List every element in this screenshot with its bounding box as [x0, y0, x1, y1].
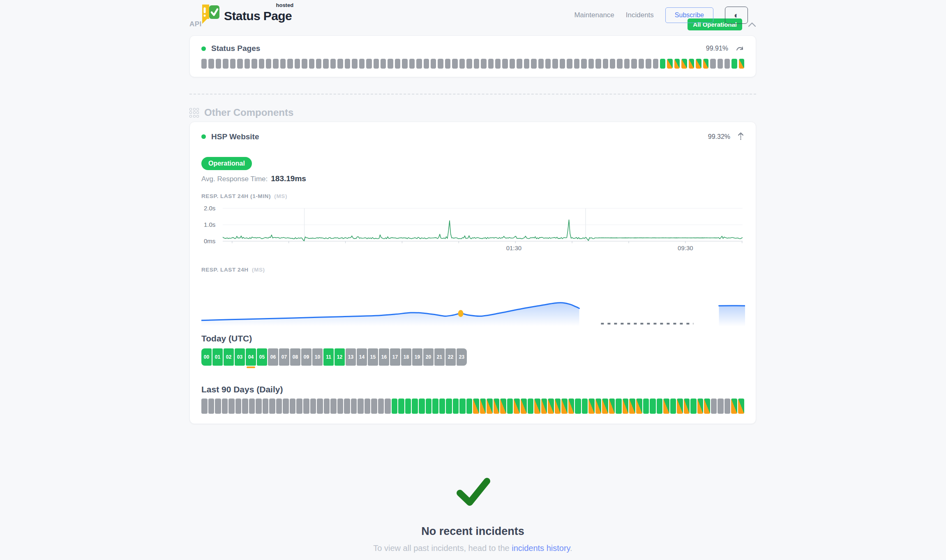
- hour-block-21[interactable]: 21: [434, 348, 445, 366]
- hour-block-12[interactable]: 12: [335, 348, 345, 366]
- uptime-bar-stripe[interactable]: [595, 399, 602, 414]
- uptime-bar-stripe[interactable]: [588, 399, 595, 414]
- uptime-bar-gray[interactable]: [283, 399, 289, 414]
- uptime-bar-green[interactable]: [466, 399, 473, 414]
- uptime-bar-gray[interactable]: [302, 59, 307, 69]
- uptime-bar-gray[interactable]: [552, 59, 558, 69]
- uptime-bar-stripe[interactable]: [704, 399, 710, 414]
- uptime-bar-gray[interactable]: [344, 399, 350, 414]
- uptime-bar-gray[interactable]: [481, 59, 486, 69]
- uptime-bar-gray[interactable]: [567, 59, 572, 69]
- uptime-bar-stripe[interactable]: [548, 399, 554, 414]
- uptime-bar-gray[interactable]: [388, 59, 393, 69]
- hour-block-13[interactable]: 13: [346, 348, 356, 366]
- uptime-bar-gray[interactable]: [624, 59, 630, 69]
- uptime-bar-gray[interactable]: [560, 59, 565, 69]
- uptime-bar-stripe[interactable]: [667, 59, 672, 69]
- uptime-bar-gray[interactable]: [495, 59, 501, 69]
- uptime-bar-gray[interactable]: [290, 399, 296, 414]
- uptime-bar-gray[interactable]: [395, 59, 400, 69]
- uptime-bar-stripe[interactable]: [739, 59, 744, 69]
- uptime-bar-gray[interactable]: [323, 59, 328, 69]
- nav-link-maintenance[interactable]: Maintenance: [574, 11, 614, 19]
- hour-block-18[interactable]: 18: [401, 348, 411, 366]
- uptime-bar-gray[interactable]: [324, 399, 330, 414]
- uptime-bar-gray[interactable]: [215, 399, 221, 414]
- response-time-area-chart[interactable]: [201, 274, 745, 329]
- uptime-bar-green[interactable]: [616, 399, 622, 414]
- refresh-button[interactable]: [735, 45, 744, 52]
- uptime-bar-stripe[interactable]: [663, 399, 669, 414]
- uptime-bar-gray[interactable]: [228, 399, 235, 414]
- uptime-bar-stripe[interactable]: [521, 399, 527, 414]
- uptime-bar-gray[interactable]: [259, 59, 264, 69]
- uptime-bar-gray[interactable]: [595, 59, 601, 69]
- uptime-bar-gray[interactable]: [581, 59, 586, 69]
- uptime-bar-gray[interactable]: [303, 399, 309, 414]
- uptime-bar-gray[interactable]: [295, 59, 300, 69]
- brand[interactable]: hosted Status Page: [199, 2, 292, 25]
- uptime-bar-stripe[interactable]: [738, 399, 744, 414]
- hour-block-15[interactable]: 15: [368, 348, 378, 366]
- uptime-bar-gray[interactable]: [452, 59, 457, 69]
- uptime-bar-gray[interactable]: [358, 399, 364, 414]
- uptime-bar-green[interactable]: [412, 399, 418, 414]
- hour-block-14[interactable]: 14: [357, 348, 367, 366]
- uptime-bar-gray[interactable]: [531, 59, 536, 69]
- uptime-bar-gray[interactable]: [710, 59, 715, 69]
- uptime-bar-green[interactable]: [439, 399, 445, 414]
- theme-toggle-button[interactable]: ◐: [725, 7, 748, 24]
- uptime-bar-gray[interactable]: [510, 59, 515, 69]
- uptime-bar-gray[interactable]: [352, 59, 357, 69]
- uptime-bar-stripe[interactable]: [534, 399, 540, 414]
- hour-block-00[interactable]: 00: [201, 348, 212, 366]
- uptime-bar-gray[interactable]: [287, 59, 293, 69]
- uptime-bar-gray[interactable]: [351, 399, 357, 414]
- uptime-bar-green[interactable]: [432, 399, 438, 414]
- uptime-bar-stripe[interactable]: [696, 59, 701, 69]
- uptime-bar-stripe[interactable]: [480, 399, 486, 414]
- uptime-bar-gray[interactable]: [445, 59, 450, 69]
- uptime-bar-gray[interactable]: [416, 59, 422, 69]
- hour-block-17[interactable]: 17: [390, 348, 400, 366]
- uptime-bar-green[interactable]: [426, 399, 432, 414]
- uptime-bar-gray[interactable]: [359, 59, 365, 69]
- uptime-bar-gray[interactable]: [208, 399, 215, 414]
- uptime-bar-gray[interactable]: [249, 399, 255, 414]
- uptime-bar-gray[interactable]: [459, 59, 465, 69]
- uptime-bar-green[interactable]: [398, 399, 404, 414]
- uptime-bar-gray[interactable]: [330, 59, 336, 69]
- uptime-bar-green[interactable]: [453, 399, 459, 414]
- uptime-bar-stripe[interactable]: [609, 399, 615, 414]
- hour-block-22[interactable]: 22: [445, 348, 456, 366]
- uptime-bar-gray[interactable]: [337, 59, 343, 69]
- uptime-bar-stripe[interactable]: [636, 399, 642, 414]
- uptime-bar-gray[interactable]: [574, 59, 579, 69]
- uptime-bar-stripe[interactable]: [629, 399, 635, 414]
- uptime-bar-stripe[interactable]: [602, 399, 608, 414]
- uptime-bar-gray[interactable]: [466, 59, 472, 69]
- uptime-bar-gray[interactable]: [201, 399, 208, 414]
- uptime-bar-gray[interactable]: [538, 59, 544, 69]
- uptime-bar-gray[interactable]: [309, 59, 314, 69]
- uptime-bar-stripe[interactable]: [689, 59, 694, 69]
- uptime-bar-gray[interactable]: [208, 59, 214, 69]
- uptime-bar-gray[interactable]: [431, 59, 436, 69]
- uptime-bar-stripe[interactable]: [681, 59, 687, 69]
- uptime-bar-green[interactable]: [643, 399, 649, 414]
- hour-block-01[interactable]: 01: [212, 348, 223, 366]
- uptime-bar-gray[interactable]: [402, 59, 407, 69]
- uptime-bar-gray[interactable]: [588, 59, 594, 69]
- uptime-bar-stripe[interactable]: [555, 399, 561, 414]
- uptime-bar-green[interactable]: [731, 59, 737, 69]
- uptime-bar-gray[interactable]: [424, 59, 429, 69]
- uptime-bar-gray[interactable]: [280, 59, 286, 69]
- uptime-bar-gray[interactable]: [276, 399, 282, 414]
- uptime-bar-gray[interactable]: [409, 59, 415, 69]
- uptime-bar-gray[interactable]: [524, 59, 529, 69]
- scroll-top-button[interactable]: [737, 132, 744, 141]
- uptime-bar-stripe[interactable]: [731, 399, 737, 414]
- hour-block-04[interactable]: 04: [246, 348, 256, 366]
- uptime-bar-green[interactable]: [690, 399, 697, 414]
- uptime-bar-gray[interactable]: [366, 59, 371, 69]
